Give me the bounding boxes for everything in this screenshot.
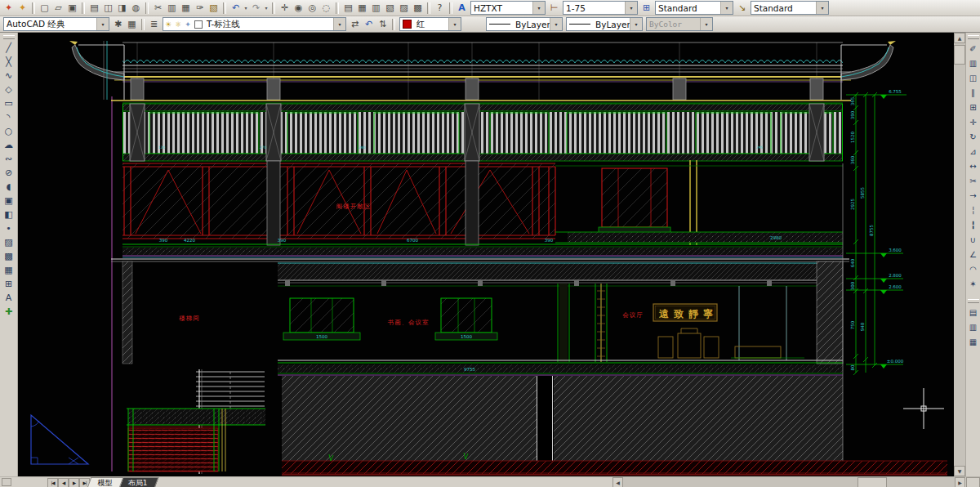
plot-preview-icon[interactable]: ◫ <box>101 2 115 15</box>
quickcalc-icon[interactable]: ▩ <box>411 2 425 15</box>
zoom-window-icon[interactable]: ◎ <box>305 2 319 15</box>
offset-icon[interactable]: ∥ <box>967 85 980 100</box>
ellipse-arc-icon[interactable]: ◖ <box>2 180 16 194</box>
drawing-canvas[interactable]: 阁楼开敞区 楼梯间 书画、会议室 会议厅 遠致靜寧 390 4220 390 6… <box>18 33 954 476</box>
dim-style-icon[interactable]: ⊢ <box>547 2 561 15</box>
stretch-icon[interactable]: ↔ <box>967 159 980 173</box>
bring-to-front-icon[interactable]: ▤ <box>967 305 980 319</box>
chevron-down-icon[interactable]: ▾ <box>625 2 637 14</box>
circle-icon[interactable]: ○ <box>2 124 16 138</box>
tab-model[interactable]: 模型 <box>87 477 124 487</box>
properties-palette-icon[interactable]: ▤ <box>341 2 355 15</box>
lock-icon[interactable]: ✦ <box>183 20 193 29</box>
polyline-icon[interactable]: ∿ <box>2 69 16 83</box>
redo-arrow-icon[interactable]: ▾ <box>263 5 270 11</box>
break-icon[interactable]: ╏ <box>967 217 980 232</box>
scale-icon[interactable]: ⊿ <box>967 144 980 159</box>
layer-previous-icon[interactable]: ↶ <box>362 18 376 31</box>
bulb-icon[interactable]: ☀ <box>163 20 173 29</box>
make-object-layer-current-icon[interactable]: ⇄ <box>348 18 362 31</box>
send-to-back-icon[interactable]: ▥ <box>967 319 980 334</box>
toolbar-grip[interactable] <box>968 35 979 39</box>
match-properties-icon[interactable]: ✑ <box>193 2 207 15</box>
next-layout-icon[interactable]: ▶ <box>69 478 79 487</box>
workspace-combo[interactable]: AutoCAD 经典 ▾ <box>3 17 109 31</box>
toolbar-grip[interactable] <box>3 35 15 39</box>
dim-style-combo[interactable]: 1-75 ▾ <box>563 1 638 15</box>
tab-bar-grip[interactable] <box>2 478 11 486</box>
chevron-down-icon[interactable]: ▾ <box>448 18 461 30</box>
lineweight-combo[interactable]: ByLayer ▾ <box>566 17 643 31</box>
plot-icon[interactable]: ▤ <box>87 2 101 15</box>
mleader-style-icon[interactable]: ↘ <box>735 2 749 15</box>
construction-line-icon[interactable]: ╳ <box>2 55 16 69</box>
move-icon[interactable]: ✛ <box>967 114 980 129</box>
markup-set-manager-icon[interactable]: ▨ <box>397 2 411 15</box>
insert-block-icon[interactable]: ▣ <box>2 194 16 208</box>
zoom-realtime-icon[interactable]: ◉ <box>292 2 305 15</box>
line-icon[interactable]: ╱ <box>2 41 16 55</box>
chamfer-icon[interactable]: ∠ <box>967 247 980 261</box>
bring-above-icon[interactable]: ▦ <box>967 334 980 349</box>
erase-icon[interactable]: ✐ <box>967 41 980 56</box>
modify-ii-icon[interactable]: ✚ <box>2 305 16 319</box>
text-style-combo[interactable]: HZTXT ▾ <box>470 1 546 15</box>
table-style-combo[interactable]: Standard ▾ <box>655 1 733 15</box>
color-combo[interactable]: 红 ▾ <box>399 17 461 31</box>
scroll-down-icon[interactable]: ▼ <box>954 466 965 476</box>
hatch-icon[interactable]: ▨ <box>2 235 16 249</box>
designcenter-icon[interactable]: ▦ <box>355 2 369 15</box>
array-icon[interactable]: ⊞ <box>967 100 980 114</box>
ellipse-icon[interactable]: ⊘ <box>2 166 16 180</box>
chevron-down-icon[interactable]: ▾ <box>720 2 733 14</box>
undo-icon[interactable]: ↶ <box>229 2 243 15</box>
layer-properties-icon[interactable]: ≣ <box>147 18 161 31</box>
first-layout-icon[interactable]: |◀ <box>47 478 58 487</box>
layer-color-swatch[interactable] <box>194 20 203 29</box>
scroll-up-icon[interactable]: ▲ <box>954 33 965 43</box>
sheet-set-manager-icon[interactable]: ▧ <box>383 2 397 15</box>
undo-arrow-icon[interactable]: ▾ <box>243 5 249 11</box>
make-block-icon[interactable]: ◧ <box>2 208 16 221</box>
join-icon[interactable]: ∪ <box>967 232 980 247</box>
toolbar-grip[interactable] <box>968 299 979 303</box>
polygon-icon[interactable]: ◇ <box>2 83 16 96</box>
vertical-scroll-thumb[interactable] <box>954 45 965 65</box>
revision-cloud-icon[interactable]: ☁ <box>2 138 16 152</box>
block-editor-icon[interactable]: ▧ <box>207 2 220 15</box>
workspace-save-icon[interactable]: ▦ <box>125 18 139 31</box>
paste-icon[interactable]: ▦ <box>179 2 193 15</box>
pan-icon[interactable]: ✛ <box>278 2 292 15</box>
break-at-point-icon[interactable]: ╎ <box>967 203 980 217</box>
styles-icon[interactable]: A <box>455 2 469 15</box>
help-icon[interactable]: ? <box>433 2 447 15</box>
table-style-icon[interactable]: ⊞ <box>639 2 653 15</box>
point-icon[interactable]: • <box>2 221 16 235</box>
zoom-previous-icon[interactable]: ◌ <box>319 2 333 15</box>
tab-layout1[interactable]: 布局1 <box>118 477 158 487</box>
vertical-scrollbar[interactable]: ▲ ▼ <box>954 33 965 476</box>
prev-layout-icon[interactable]: ◀ <box>58 478 69 487</box>
mirror-icon[interactable]: ◫ <box>967 70 980 85</box>
copy-clip-icon[interactable]: ▥ <box>165 2 179 15</box>
cut-icon[interactable]: ✂ <box>151 2 165 15</box>
chevron-down-icon[interactable]: ▾ <box>550 18 562 30</box>
export-dwf-icon[interactable]: ◍ <box>129 2 143 15</box>
gradient-icon[interactable]: ▩ <box>2 249 16 263</box>
chevron-down-icon[interactable]: ▾ <box>630 18 642 30</box>
explode-icon[interactable]: ✶ <box>967 276 980 291</box>
arc-icon[interactable]: ◝ <box>2 110 16 124</box>
new-icon[interactable]: ▢ <box>38 2 51 15</box>
chevron-down-icon[interactable]: ▾ <box>96 18 109 30</box>
layer-states-icon[interactable]: ⇅ <box>376 18 390 31</box>
workspace-settings-icon[interactable]: ✱ <box>111 18 125 31</box>
multiline-text-icon[interactable]: A <box>2 291 16 305</box>
redo-icon[interactable]: ↷ <box>249 2 263 15</box>
horizontal-scrollbar[interactable]: ◀ ▶ <box>612 477 965 487</box>
copy-icon[interactable]: ▥ <box>967 56 980 70</box>
save-icon[interactable]: ▣ <box>65 2 79 15</box>
chevron-down-icon[interactable]: ▾ <box>532 2 545 14</box>
scroll-right-icon[interactable]: ▶ <box>955 477 965 487</box>
pdf-convert-icon[interactable]: ✦ <box>2 2 16 15</box>
rectangle-icon[interactable]: ▭ <box>2 96 16 110</box>
